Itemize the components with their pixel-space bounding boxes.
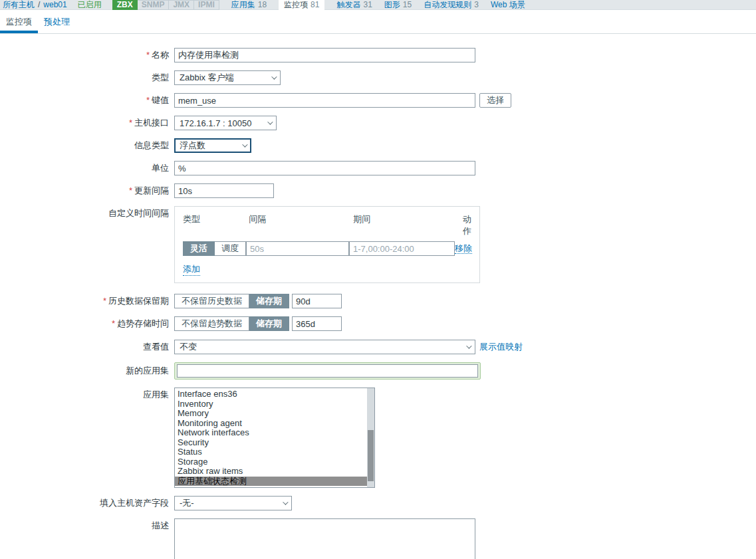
tab-item[interactable]: 监控项 [0,10,38,33]
chevron-down-icon [242,142,247,147]
list-item[interactable]: Zabbix raw items [175,467,374,477]
history-value-input[interactable] [292,294,342,308]
interface-availability-group: ZBX SNMP JMX IPMI [112,0,219,10]
form-row-units: 单位 [0,161,756,175]
custom-interval-row: 灵活 调度 移除 [183,241,471,256]
items-count: 81 [311,0,319,10]
scrollbar-thumb[interactable] [368,430,374,481]
form-tabs: 监控项 预处理 [0,10,756,34]
ci-flexible-button[interactable]: 灵活 [183,241,215,256]
nav-triggers-link[interactable]: 触发器31 [336,0,372,10]
ci-type-toggle: 灵活 调度 [183,241,246,256]
inventory-field-select[interactable]: -无- [174,496,292,510]
units-input[interactable] [174,161,475,175]
ci-header-type: 类型 [183,213,249,237]
graphs-count: 15 [403,0,412,9]
ci-interval-input[interactable] [246,241,349,256]
jmx-availability-badge: JMX [169,0,194,10]
name-input[interactable] [174,48,475,62]
applications-count: 18 [258,0,267,9]
form-row-inventory-field: 填入主机资产字段 -无- [0,496,756,510]
ci-header-action: 动作 [463,213,471,237]
applications-listbox[interactable]: Interface ens36 Inventory Memory Monitor… [174,388,375,488]
list-item[interactable]: Security [175,438,374,448]
breadcrumb-all-hosts[interactable]: 所有主机 [3,0,35,10]
info-type-label: 信息类型 [134,140,169,150]
trends-label: 趋势存储时间 [117,318,169,328]
custom-intervals-label: 自定义时间间隔 [108,208,169,218]
key-input[interactable] [174,93,475,108]
applications-label: 应用集 [143,390,169,399]
form-row-show-value: 查看值 不变 展示值映射 [0,340,756,354]
description-label: 描述 [152,520,169,530]
chevron-down-icon [271,74,277,79]
description-textarea[interactable] [174,518,475,559]
key-label: 键值 [152,95,169,105]
host-interface-label: 主机接口 [134,118,169,128]
list-item[interactable]: Network interfaces [175,428,374,438]
nav-web-scenarios-link[interactable]: Web 场景 [491,0,525,10]
breadcrumb-separator: / [38,0,40,10]
trends-off-button[interactable]: 不保留趋势数据 [174,316,249,331]
form-row-applications: 应用集 Interface ens36 Inventory Memory Mon… [0,388,756,488]
ci-period-input[interactable] [349,241,455,256]
list-item[interactable]: Interface ens36 [175,390,374,399]
ci-scheduling-button[interactable]: 调度 [215,241,246,256]
show-value-mappings-link[interactable]: 展示值映射 [479,341,523,353]
nav-items-link-active[interactable]: 监控项81 [279,0,324,10]
info-type-select[interactable]: 浮点数 [174,138,251,153]
host-nav-bar: 所有主机 / web01 已启用 ZBX SNMP JMX IPMI 应用集18… [0,0,756,10]
list-item[interactable]: Inventory [175,399,374,409]
history-label: 历史数据保留期 [108,296,169,306]
form-row-new-application: 新的应用集 [0,362,756,380]
type-select[interactable]: Zabbix 客户端 [174,70,281,85]
form-row-key: *键值 选择 [0,93,756,108]
key-select-button[interactable]: 选择 [479,93,511,108]
trends-value-input[interactable] [292,316,342,331]
form-row-type: 类型 Zabbix 客户端 [0,70,756,85]
nav-applications-link[interactable]: 应用集18 [231,0,267,10]
show-value-label: 查看值 [143,342,169,352]
ipmi-availability-badge: IPMI [194,0,219,10]
listbox-scrollbar[interactable] [367,388,374,487]
ci-remove-link[interactable]: 移除 [455,243,472,254]
list-item[interactable]: Storage [175,457,374,467]
zbx-availability-badge: ZBX [112,0,138,10]
nav-discovery-link[interactable]: 自动发现规则3 [424,0,479,10]
trends-on-button[interactable]: 储存期 [249,316,289,331]
update-interval-label: 更新间隔 [134,185,169,195]
custom-intervals-header: 类型 间隔 期间 动作 [183,213,471,237]
inventory-field-label: 填入主机资产字段 [100,498,169,508]
list-item[interactable]: Status [175,447,374,457]
units-label: 单位 [152,163,169,173]
chevron-down-icon [283,499,288,504]
host-status-badge: 已启用 [78,0,102,10]
list-item-selected[interactable]: 应用基础状态检测 [175,477,374,487]
breadcrumb-host[interactable]: web01 [43,0,66,10]
tab-preprocessing[interactable]: 预处理 [38,10,76,33]
form-row-update-interval: *更新间隔 [0,183,756,198]
form-row-name: *名称 [0,48,756,62]
history-toggle: 不保留历史数据 储存期 [174,294,289,308]
history-off-button[interactable]: 不保留历史数据 [174,294,249,308]
form-row-info-type: 信息类型 浮点数 [0,138,756,153]
type-label: 类型 [152,72,169,82]
show-value-select[interactable]: 不变 [174,340,475,354]
ci-add-link[interactable]: 添加 [183,263,200,276]
ci-header-interval: 间隔 [249,213,353,237]
triggers-count: 31 [363,0,372,9]
new-application-label: 新的应用集 [126,366,169,376]
history-on-button[interactable]: 储存期 [249,294,289,308]
custom-intervals-box: 类型 间隔 期间 动作 灵活 调度 [174,206,480,283]
name-label: 名称 [152,50,169,60]
list-item[interactable]: Monitoring agent [175,419,374,429]
required-mark: * [146,50,150,60]
list-item[interactable]: Memory [175,409,374,419]
update-interval-input[interactable] [174,183,274,198]
form-row-host-interface: *主机接口 172.16.1.7 : 10050 [0,116,756,130]
discovery-count: 3 [474,0,479,9]
ci-header-period: 期间 [353,213,463,237]
host-interface-select[interactable]: 172.16.1.7 : 10050 [174,116,277,130]
new-application-input[interactable] [177,364,478,378]
nav-graphs-link[interactable]: 图形15 [384,0,412,10]
